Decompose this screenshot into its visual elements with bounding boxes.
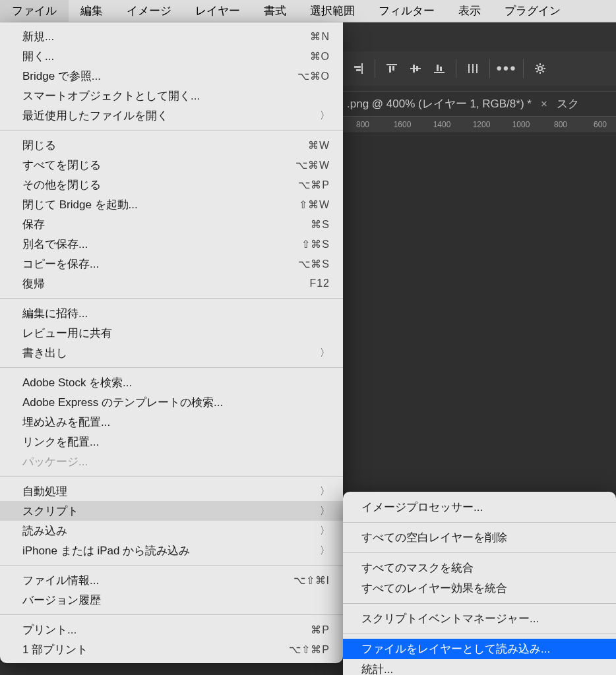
menu-item[interactable]: プリント...⌘P [0, 620, 343, 639]
menu-separator [343, 633, 616, 634]
menu-item[interactable]: iPhone または iPad から読み込み〉 [0, 541, 343, 560]
menu-item[interactable]: バージョン履歴 [0, 590, 343, 610]
menu-item[interactable]: レビュー用に共有 [0, 323, 343, 343]
menu-item[interactable]: スクリプト〉 [0, 501, 343, 521]
menu-item-label: スマートオブジェクトとして開く... [22, 88, 330, 103]
document-tab-title[interactable]: .png @ 400% (レイヤー 1, RGB/8*) * [347, 96, 532, 111]
svg-rect-12 [468, 64, 470, 73]
menubar: ファイル 編集 イメージ レイヤー 書式 選択範囲 フィルター 表示 プラグイン [0, 0, 616, 22]
menu-item-label: 自動処理 [22, 484, 315, 499]
submenu-item-label: すべての空白レイヤーを削除 [361, 530, 601, 545]
submenu-item[interactable]: すべてのマスクを統合 [343, 558, 616, 578]
menubar-plugins[interactable]: プラグイン [493, 0, 572, 22]
menu-item[interactable]: 自動処理〉 [0, 481, 343, 501]
submenu-item-label: ファイルをレイヤーとして読み込み... [361, 641, 601, 657]
submenu-item[interactable]: ファイルをレイヤーとして読み込み... [343, 639, 616, 659]
align-bottom-icon[interactable] [428, 57, 450, 80]
menu-shortcut: ⇧⌘S [301, 238, 330, 250]
align-vcenter-icon[interactable] [404, 57, 427, 80]
menu-item[interactable]: 新規...⌘N [0, 26, 343, 46]
menu-separator [0, 298, 343, 299]
menu-item-label: スクリプト [22, 504, 315, 519]
ruler-tick: 1200 [462, 120, 501, 129]
menubar-image[interactable]: イメージ [115, 0, 183, 22]
submenu-item[interactable]: スクリプトイベントマネージャー... [343, 608, 616, 629]
chevron-right-icon: 〉 [315, 109, 330, 122]
menubar-edit[interactable]: 編集 [69, 0, 115, 22]
menu-shortcut: ⌘P [311, 624, 330, 636]
menu-item[interactable]: リンクを配置... [0, 432, 343, 452]
menu-item-label: 閉じて Bridge を起動... [22, 197, 299, 212]
menu-shortcut: ⌥⇧⌘P [289, 643, 330, 656]
menu-item-label: 復帰 [22, 276, 309, 291]
menu-item[interactable]: Adobe Express のテンプレートの検索... [0, 392, 343, 412]
menu-item[interactable]: コピーを保存...⌥⌘S [0, 254, 343, 274]
submenu-item[interactable]: すべての空白レイヤーを削除 [343, 527, 616, 548]
svg-rect-13 [472, 64, 474, 73]
ruler-tick: 600 [580, 120, 616, 129]
close-tab-icon[interactable]: × [541, 98, 547, 111]
menu-item[interactable]: 復帰F12 [0, 274, 343, 293]
menu-separator [0, 565, 343, 566]
menu-item[interactable]: Bridge で参照...⌥⌘O [0, 66, 343, 86]
chevron-right-icon: 〉 [315, 525, 330, 537]
toolbar-separator [523, 59, 524, 78]
menubar-type[interactable]: 書式 [252, 0, 298, 22]
menu-item[interactable]: スマートオブジェクトとして開く... [0, 86, 343, 105]
menu-item-label: 編集に招待... [22, 306, 330, 321]
menu-item[interactable]: 閉じて Bridge を起動...⇧⌘W [0, 194, 343, 214]
menubar-view[interactable]: 表示 [447, 0, 493, 22]
menu-item[interactable]: 保存⌘S [0, 214, 343, 234]
svg-rect-9 [434, 72, 445, 73]
menu-separator [0, 614, 343, 615]
menubar-select[interactable]: 選択範囲 [298, 0, 367, 22]
ruler-tick: 800 [343, 120, 383, 129]
submenu-item[interactable]: イメージプロセッサー... [343, 497, 616, 517]
submenu-item-label: スクリプトイベントマネージャー... [361, 611, 601, 626]
ruler-tick: 1000 [501, 120, 541, 129]
menu-shortcut: F12 [309, 278, 330, 289]
menu-item[interactable]: 別名で保存...⇧⌘S [0, 234, 343, 254]
submenu-item[interactable]: 統計... [343, 659, 616, 675]
menu-item[interactable]: その他を閉じる⌥⌘P [0, 175, 343, 194]
svg-rect-6 [410, 68, 421, 69]
menubar-filter[interactable]: フィルター [367, 0, 447, 22]
menu-item[interactable]: すべてを閉じる⌥⌘W [0, 155, 343, 175]
menu-item-label: コピーを保存... [22, 256, 298, 272]
menu-item[interactable]: 1 部プリント⌥⇧⌘P [0, 639, 343, 659]
chevron-right-icon: 〉 [315, 485, 330, 498]
align-right-icon[interactable] [347, 57, 369, 80]
toolbar-separator [489, 59, 490, 78]
submenu-item[interactable]: すべてのレイヤー効果を統合 [343, 578, 616, 599]
menu-item[interactable]: 書き出し〉 [0, 343, 343, 363]
menu-item-label: 読み込み [22, 523, 315, 539]
align-top-icon[interactable] [381, 57, 403, 80]
horizontal-ruler: 800 1600 1400 1200 1000 800 600 400 [343, 116, 616, 133]
menu-item[interactable]: 編集に招待... [0, 303, 343, 323]
menu-item[interactable]: Adobe Stock を検索... [0, 372, 343, 392]
svg-rect-1 [354, 66, 361, 68]
menu-item[interactable]: 読み込み〉 [0, 521, 343, 541]
menu-item-label: iPhone または iPad から読み込み [22, 543, 315, 558]
menu-item[interactable]: 埋め込みを配置... [0, 412, 343, 432]
menu-item-label: Bridge で参照... [22, 69, 297, 84]
svg-rect-5 [392, 66, 394, 71]
menu-shortcut: ⌥⌘O [297, 70, 330, 82]
ruler-tick: 1400 [422, 120, 462, 129]
distribute-icon[interactable] [462, 57, 484, 80]
menu-item[interactable]: ファイル情報...⌥⇧⌘I [0, 570, 343, 590]
menu-item[interactable]: 閉じる⌘W [0, 135, 343, 155]
menu-item[interactable]: 最近使用したファイルを開く〉 [0, 105, 343, 125]
menu-separator [343, 603, 616, 604]
gear-icon[interactable] [529, 57, 551, 80]
svg-rect-8 [416, 66, 418, 71]
scripts-submenu: イメージプロセッサー...すべての空白レイヤーを削除すべてのマスクを統合すべての… [343, 492, 616, 675]
svg-rect-2 [356, 69, 361, 71]
menu-item[interactable]: 開く...⌘O [0, 46, 343, 66]
document-tab-2[interactable]: スク [557, 96, 579, 111]
menubar-file[interactable]: ファイル [0, 0, 69, 22]
menu-shortcut: ⌥⇧⌘I [293, 574, 330, 587]
more-options-icon[interactable]: ••• [495, 57, 518, 80]
file-menu-dropdown: 新規...⌘N開く...⌘OBridge で参照...⌥⌘Oスマートオブジェクト… [0, 22, 343, 663]
menubar-layer[interactable]: レイヤー [183, 0, 252, 22]
